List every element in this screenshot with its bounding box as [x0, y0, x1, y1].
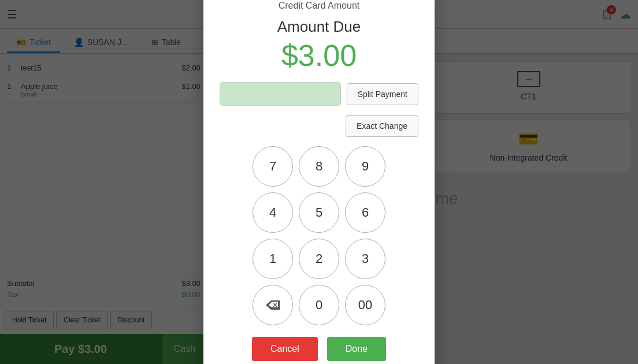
- key-3[interactable]: 3: [345, 239, 385, 279]
- amount-input-wrapper: ✕: [220, 82, 341, 106]
- key-1[interactable]: 1: [253, 239, 293, 279]
- amount-due-label: Amount Due: [277, 18, 361, 36]
- key-6[interactable]: 6: [345, 192, 385, 233]
- modal-title: Credit Card Amount: [279, 1, 360, 11]
- key-2[interactable]: 2: [299, 239, 339, 279]
- exact-change-button[interactable]: Exact Change: [346, 115, 418, 137]
- key-4[interactable]: 4: [253, 192, 293, 233]
- cancel-button[interactable]: Cancel: [252, 337, 318, 361]
- key-0[interactable]: 0: [299, 285, 339, 325]
- modal-overlay: Credit Card Amount Amount Due $3.00 ✕ Sp…: [0, 0, 638, 364]
- key-5[interactable]: 5: [299, 192, 339, 233]
- amount-input[interactable]: [220, 83, 341, 105]
- credit-card-modal: Credit Card Amount Amount Due $3.00 ✕ Sp…: [203, 0, 435, 364]
- key-8[interactable]: 8: [299, 146, 339, 187]
- done-button[interactable]: Done: [327, 337, 386, 361]
- modal-input-row: ✕ Split Payment: [220, 82, 418, 106]
- amount-due-value: $3.00: [281, 38, 357, 73]
- key-backspace[interactable]: [253, 285, 293, 325]
- keypad: 7 8 9 4 5 6 1 2 3 0 00: [253, 146, 385, 325]
- split-payment-button[interactable]: Split Payment: [347, 83, 418, 105]
- key-9[interactable]: 9: [345, 146, 385, 187]
- modal-footer: Cancel Done: [252, 337, 386, 361]
- key-7[interactable]: 7: [253, 146, 293, 187]
- key-00[interactable]: 00: [345, 285, 385, 325]
- backspace-icon: [266, 300, 280, 310]
